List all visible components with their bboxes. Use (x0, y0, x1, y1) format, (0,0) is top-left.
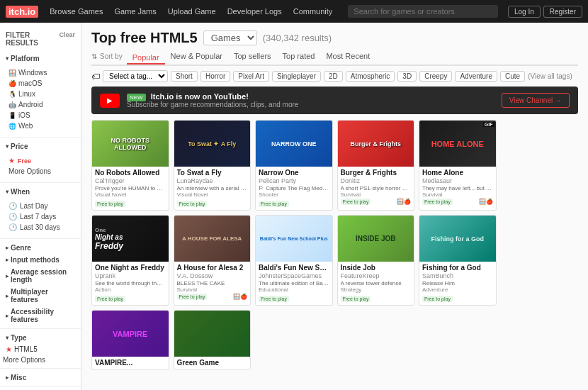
genre-toggle[interactable]: ▸ Genre (0, 242, 81, 254)
more-options-type[interactable]: More Options (0, 355, 81, 365)
games-grid-row1: NO ROBOTS ALLOWED No Robots Allowed CalT… (91, 120, 578, 211)
platform-windows[interactable]: 🪟 Windows (6, 67, 75, 78)
game-genre-baldi: Educational (259, 286, 329, 293)
game-card-baldi[interactable]: Baldi's Fun New School Plus Baldi's Fun … (255, 215, 333, 306)
category-dropdown[interactable]: Games (203, 30, 257, 45)
game-card-burger[interactable]: Burger & Frights Burger & Frights Doniti… (337, 120, 415, 211)
accessibility-toggle[interactable]: ▸ Accessibility features (0, 306, 81, 325)
game-author-home: Mediasaur (422, 177, 493, 184)
nav-game-jams[interactable]: Game Jams (108, 0, 162, 23)
tag-pixel-art[interactable]: Pixel Art (233, 71, 269, 82)
main-nav: Browse Games Game Jams Upload Game Devel… (44, 0, 338, 23)
price-free[interactable]: ★ Free (6, 155, 75, 166)
platform-web[interactable]: 🌐 Web (6, 121, 75, 131)
platform-arrow-icon: ▾ (6, 55, 9, 62)
game-genre-narrow: Shooter (259, 191, 329, 198)
promo-text: NEW Itch.io is now on YouTube! Subscribe… (127, 92, 494, 108)
platform-section-toggle[interactable]: ▾ Platform (0, 52, 81, 65)
tag-adventure[interactable]: Adventure (455, 71, 497, 82)
misc-arrow: ▸ (6, 374, 9, 381)
game-desc-fishing: Release Him (422, 280, 493, 286)
game-card-green[interactable]: Green Game (174, 310, 251, 370)
nav-community[interactable]: Community (288, 0, 339, 23)
sort-top-sellers[interactable]: Top sellers (228, 50, 277, 62)
when-last-30[interactable]: 🕐 Last 30 days (6, 222, 75, 233)
game-title-baldi: Baldi's Fun New School Plus Ultimate Edi… (259, 264, 329, 272)
game-title-alesa: A House for Alesa 2 (177, 264, 248, 272)
game-genre-freddy: Action (95, 286, 166, 293)
game-card-alesa[interactable]: A HOUSE FOR ALESA A House for Alesa 2 V.… (174, 215, 251, 306)
multiplayer-toggle[interactable]: ▸ Multiplayer features (0, 286, 81, 306)
tag-atmospheric[interactable]: Atmospheric (346, 71, 395, 82)
site-logo[interactable]: itch.io (6, 6, 40, 17)
game-genre-alesa: Survival (177, 286, 248, 293)
game-thumb-burger: Burger & Frights (338, 121, 414, 167)
free-badge-home: Free to play (422, 199, 453, 205)
main-content: Top free HTML5 Games (340,342 results) ⇅… (81, 23, 588, 390)
grid-filler-1 (501, 120, 579, 211)
search-input[interactable] (348, 5, 498, 18)
platform-list: 🪟 Windows 🍎 macOS 🐧 Linux 🤖 Android 📱 iO… (0, 65, 81, 134)
game-thumb-swat-fly: To Swat ✦ A Fly (174, 121, 251, 167)
tag-singleplayer[interactable]: Singleplayer (272, 71, 321, 82)
gif-badge: GIF (483, 122, 494, 127)
game-genre-inside: Strategy (341, 286, 412, 293)
game-card-swat-fly[interactable]: To Swat ✦ A Fly To Swat a Fly LunaRaydae… (174, 120, 251, 211)
type-html5[interactable]: ★ HTML5 (0, 344, 81, 355)
platform-ios[interactable]: 📱 iOS (6, 110, 75, 121)
when-arrow-icon: ▾ (6, 189, 9, 195)
when-section-toggle[interactable]: ▾ When (0, 186, 81, 198)
session-toggle[interactable]: ▸ Average session length (0, 266, 81, 286)
platform-macos[interactable]: 🍎 macOS (6, 78, 75, 89)
tag-select[interactable]: Select a tag... (103, 70, 168, 82)
when-last-day[interactable]: 🕐 Last Day (6, 201, 75, 211)
tag-3d[interactable]: 3D (397, 71, 417, 82)
clock-icon-2: 🕐 (9, 213, 17, 221)
filter-clear[interactable]: Clear (59, 31, 75, 47)
view-all-tags[interactable]: (View all tags) (528, 72, 572, 80)
game-thumb-home: GIF HOME ALONE (419, 121, 496, 167)
game-card-no-robots[interactable]: NO ROBOTS ALLOWED No Robots Allowed CalT… (91, 120, 169, 211)
type-toggle[interactable]: ▾ Type (0, 332, 81, 344)
tag-creepy[interactable]: Creepy (419, 71, 452, 82)
sort-most-recent[interactable]: Most Recent (320, 50, 375, 62)
game-card-narrow-one[interactable]: NARROW ONE Narrow One Pelican Party 🏳 Ca… (255, 120, 333, 211)
view-channel-button[interactable]: View Channel → (502, 93, 570, 108)
price-section-toggle[interactable]: ▾ Price (0, 140, 81, 152)
sort-popular[interactable]: Popular (127, 52, 165, 65)
tag-short[interactable]: Short (171, 71, 198, 82)
filter-title: FILTER RESULTS Clear (6, 31, 75, 47)
nav-upload-game[interactable]: Upload Game (162, 0, 222, 23)
game-author-alesa: V.A. Dossow (177, 272, 248, 279)
nav-developer-logs[interactable]: Developer Logs (222, 0, 288, 23)
when-last-7[interactable]: 🕐 Last 7 days (6, 211, 75, 222)
game-card-vampire[interactable]: VAMPIRE VAMPIRE... (91, 310, 169, 370)
web-icon: 🌐 (9, 123, 16, 130)
game-card-fishing[interactable]: Fishing for a God Fishing for a God SamB… (419, 215, 497, 306)
login-button[interactable]: Log In (508, 6, 541, 18)
game-author-swat-fly: LunaRaydae (177, 177, 248, 184)
sort-label: Sort by (100, 52, 123, 60)
game-title-fishing: Fishing for a God (422, 264, 493, 272)
game-card-home-alone[interactable]: GIF HOME ALONE Home Alone Mediasaur They… (419, 120, 497, 211)
nav-browse-games[interactable]: Browse Games (44, 0, 108, 23)
more-options-price[interactable]: More Options (6, 166, 75, 177)
input-toggle[interactable]: ▸ Input methods (0, 254, 81, 266)
game-thumb-freddy: One Night as Freddy (92, 216, 169, 262)
tag-cute[interactable]: Cute (500, 71, 525, 82)
sort-top-rated[interactable]: Top rated (277, 50, 321, 62)
tag-horror[interactable]: Horror (200, 71, 230, 82)
sort-new-popular[interactable]: New & Popular (165, 50, 228, 62)
register-button[interactable]: Register (543, 6, 582, 18)
misc-toggle[interactable]: ▸ Misc (0, 372, 81, 384)
free-badge-narrow: Free to play (259, 201, 289, 207)
game-author-burger: Donitiz (341, 177, 412, 184)
game-thumb-narrow: NARROW ONE (256, 121, 332, 167)
game-card-inside-job[interactable]: INSIDE JOB Inside Job FeatureKreep A rev… (337, 215, 415, 306)
free-badge-no-robots: Free to play (95, 201, 125, 207)
platform-linux[interactable]: 🐧 Linux (6, 89, 75, 99)
tag-2d[interactable]: 2D (324, 71, 343, 82)
game-card-freddy[interactable]: One Night as Freddy One Night as Freddy … (91, 215, 169, 306)
game-desc-burger: A short PS1-style horror game (341, 185, 412, 191)
platform-android[interactable]: 🤖 Android (6, 99, 75, 110)
